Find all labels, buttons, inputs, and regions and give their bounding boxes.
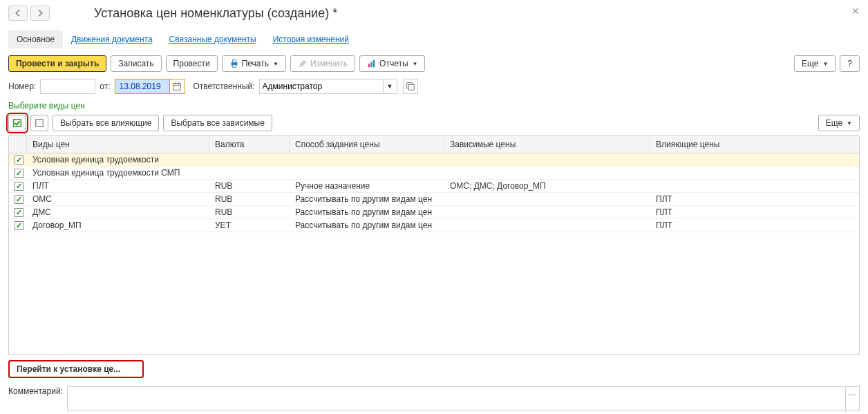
table-row[interactable]: ДМСRUBРассчитывать по другим видам ценПЛ… [9,206,859,219]
chevron-down-icon: ▼ [273,61,279,67]
cell-method [290,158,444,161]
number-input[interactable] [40,79,95,94]
date-input[interactable] [115,79,169,93]
cell-dependent [444,171,650,174]
nav-forward-button[interactable] [30,6,50,21]
change-button[interactable]: Изменить [290,55,355,72]
cell-method: Рассчитывать по другим видам цен [290,219,444,232]
table-row[interactable]: ОМСRUBРассчитывать по другим видам ценПЛ… [9,193,859,206]
reports-icon [367,59,377,68]
cell-dependent [444,198,650,200]
more-label: Еще [826,118,842,128]
responsible-combo: ▼ [259,79,397,94]
cell-influencing: ПЛТ [650,193,859,205]
chevron-down-icon: ▼ [413,61,418,67]
save-button[interactable]: Записать [111,55,161,72]
comment-expand-button[interactable]: ... [845,387,859,411]
print-button[interactable]: Печать ▼ [222,55,286,72]
row-checkbox[interactable] [15,169,23,178]
row-checkbox[interactable] [15,221,23,230]
svg-rect-2 [232,65,236,68]
cell-method: Рассчитывать по другим видам цен [290,193,444,205]
cell-method: Рассчитывать по другим видам цен [290,206,444,218]
page-title: Установка цен номенклатуры (создание) * [94,6,337,21]
select-dependent-button[interactable]: Выбрать все зависимые [163,115,272,131]
table-row[interactable]: ПЛТRUBРучное назначениеОМС; ДМС; Договор… [9,180,859,193]
cell-method: Ручное назначение [290,180,444,192]
cell-name: ДМС [27,206,209,218]
select-influencing-button[interactable]: Выбрать все влияющие [53,115,159,131]
cell-influencing [650,158,859,161]
tab-movements[interactable]: Движения документа [63,30,161,48]
more-button[interactable]: Еще ▼ [794,55,836,72]
svg-rect-3 [368,64,370,67]
row-checkbox[interactable] [15,156,23,164]
goto-set-prices-button[interactable]: Перейти к установке це... [8,360,144,378]
date-field [115,79,185,94]
col-influencing[interactable]: Влияющие цены [650,136,859,153]
arrow-left-icon [13,8,23,18]
nav-back-button[interactable] [8,6,28,21]
responsible-open-button[interactable] [403,79,418,94]
row-checkbox[interactable] [15,182,23,191]
more-label: Еще [802,59,818,68]
comment-field: ... [67,386,860,411]
tab-history[interactable]: История изменений [265,30,357,48]
table-row[interactable]: Условная единица трудоемкости [9,153,859,167]
row-checkbox[interactable] [15,208,23,217]
uncheck-all-button[interactable] [30,115,48,131]
print-label: Печать [242,59,269,68]
cell-currency: УЕТ [209,219,290,232]
col-currency[interactable]: Валюта [209,136,290,153]
cell-influencing [650,171,859,174]
responsible-label: Ответственный: [194,82,255,91]
cell-dependent [444,211,650,214]
cell-name: ПЛТ [27,180,209,192]
reports-label: Отчеты [379,59,408,68]
cell-method [290,171,444,174]
help-button[interactable]: ? [840,55,860,72]
arrow-right-icon [35,8,45,18]
table-more-button[interactable]: Еще ▼ [818,115,860,131]
number-label: Номер: [8,82,36,91]
row-checkbox[interactable] [15,195,23,204]
from-label: от: [100,82,110,91]
col-dependent[interactable]: Зависимые цены [444,136,650,153]
cell-dependent [444,224,650,227]
cell-currency [209,171,290,174]
cell-dependent [444,158,650,161]
svg-rect-6 [173,84,181,91]
comment-label: Комментарий: [8,386,63,396]
svg-rect-11 [408,84,414,90]
open-icon [406,82,415,91]
comment-input[interactable] [68,387,845,411]
post-close-button[interactable]: Провести и закрыть [8,55,106,72]
check-all-button[interactable] [8,115,26,131]
post-button[interactable]: Провести [166,55,218,72]
col-method[interactable]: Способ задания цены [290,136,444,153]
calendar-icon [172,82,182,91]
printer-icon [229,59,239,68]
date-picker-button[interactable] [169,79,185,93]
cell-influencing: ПЛТ [650,219,859,232]
table-header: Виды цен Валюта Способ задания цены Зави… [9,136,859,153]
table-row[interactable]: Условная единица трудоемкости СМП [9,167,859,180]
responsible-input[interactable] [260,79,383,93]
cell-name: ОМС [27,193,209,205]
cell-dependent: ОМС; ДМС; Договор_МП [444,180,650,192]
pencil-icon [298,59,308,68]
table-row[interactable]: Договор_МПУЕТРассчитывать по другим вида… [9,219,859,232]
cell-name: Условная единица трудоемкости СМП [27,167,209,179]
uncheck-all-icon [35,118,44,128]
cell-influencing [650,185,859,187]
cell-currency [209,158,290,161]
tab-related[interactable]: Связанные документы [161,30,265,48]
svg-rect-5 [373,60,375,68]
close-button[interactable]: ✕ [851,6,860,17]
price-types-table: Виды цен Валюта Способ задания цены Зави… [8,135,860,355]
reports-button[interactable]: Отчеты ▼ [359,55,425,72]
col-name[interactable]: Виды цен [27,136,209,153]
responsible-dropdown-button[interactable]: ▼ [383,79,397,93]
table-body: Условная единица трудоемкостиУсловная ед… [9,153,859,354]
tab-main[interactable]: Основное [8,30,63,48]
